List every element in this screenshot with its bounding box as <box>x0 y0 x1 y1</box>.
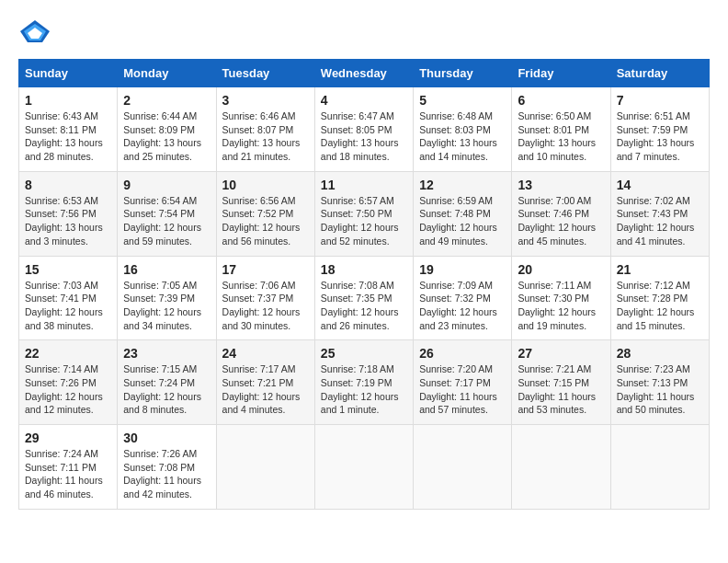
cell-details: Sunrise: 7:21 AMSunset: 7:15 PMDaylight:… <box>518 362 604 417</box>
calendar-cell: 20Sunrise: 7:11 AMSunset: 7:30 PMDayligh… <box>512 256 610 340</box>
page-header <box>18 18 710 44</box>
calendar-header-row: SundayMondayTuesdayWednesdayThursdayFrid… <box>19 60 710 87</box>
calendar-cell: 14Sunrise: 7:02 AMSunset: 7:43 PMDayligh… <box>610 171 709 256</box>
day-number: 21 <box>617 262 703 277</box>
calendar-cell: 22Sunrise: 7:14 AMSunset: 7:26 PMDayligh… <box>19 340 118 425</box>
column-header-sunday: Sunday <box>19 60 118 87</box>
cell-details: Sunrise: 7:14 AMSunset: 7:26 PMDaylight:… <box>25 362 111 417</box>
day-number: 12 <box>419 178 506 192</box>
calendar-cell: 23Sunrise: 7:15 AMSunset: 7:24 PMDayligh… <box>118 340 216 425</box>
calendar-cell: 19Sunrise: 7:09 AMSunset: 7:32 PMDayligh… <box>414 256 512 340</box>
calendar-cell: 9Sunrise: 6:54 AMSunset: 7:54 PMDaylight… <box>118 171 216 256</box>
calendar-week-row: 29Sunrise: 7:24 AMSunset: 7:11 PMDayligh… <box>19 425 710 510</box>
calendar-cell: 15Sunrise: 7:03 AMSunset: 7:41 PMDayligh… <box>19 256 118 340</box>
calendar-cell: 4Sunrise: 6:47 AMSunset: 8:05 PMDaylight… <box>314 87 413 172</box>
cell-details: Sunrise: 6:57 AMSunset: 7:50 PMDaylight:… <box>321 194 407 248</box>
column-header-thursday: Thursday <box>414 60 512 87</box>
calendar-table: SundayMondayTuesdayWednesdayThursdayFrid… <box>18 59 710 510</box>
cell-details: Sunrise: 7:05 AMSunset: 7:39 PMDaylight:… <box>123 279 210 333</box>
calendar-cell <box>610 425 709 510</box>
calendar-cell: 21Sunrise: 7:12 AMSunset: 7:28 PMDayligh… <box>610 256 709 340</box>
cell-details: Sunrise: 6:54 AMSunset: 7:54 PMDaylight:… <box>123 194 210 248</box>
calendar-cell <box>314 425 413 510</box>
day-number: 16 <box>123 262 210 277</box>
day-number: 3 <box>222 93 309 108</box>
calendar-cell: 27Sunrise: 7:21 AMSunset: 7:15 PMDayligh… <box>512 340 610 425</box>
cell-details: Sunrise: 7:12 AMSunset: 7:28 PMDaylight:… <box>617 279 703 333</box>
day-number: 19 <box>419 262 506 277</box>
cell-details: Sunrise: 7:00 AMSunset: 7:46 PMDaylight:… <box>518 194 604 248</box>
cell-details: Sunrise: 7:15 AMSunset: 7:24 PMDaylight:… <box>123 362 210 417</box>
day-number: 25 <box>321 346 407 361</box>
calendar-cell: 29Sunrise: 7:24 AMSunset: 7:11 PMDayligh… <box>19 425 118 510</box>
cell-details: Sunrise: 7:08 AMSunset: 7:35 PMDaylight:… <box>321 279 407 333</box>
calendar-week-row: 1Sunrise: 6:43 AMSunset: 8:11 PMDaylight… <box>19 87 710 172</box>
cell-details: Sunrise: 6:53 AMSunset: 7:56 PMDaylight:… <box>25 194 111 248</box>
day-number: 11 <box>321 178 407 192</box>
day-number: 2 <box>123 93 210 108</box>
calendar-cell: 25Sunrise: 7:18 AMSunset: 7:19 PMDayligh… <box>314 340 413 425</box>
calendar-cell: 1Sunrise: 6:43 AMSunset: 8:11 PMDaylight… <box>19 87 118 172</box>
cell-details: Sunrise: 7:06 AMSunset: 7:37 PMDaylight:… <box>222 279 309 333</box>
calendar-cell: 24Sunrise: 7:17 AMSunset: 7:21 PMDayligh… <box>216 340 314 425</box>
day-number: 17 <box>222 262 309 277</box>
day-number: 29 <box>25 431 111 445</box>
calendar-cell: 5Sunrise: 6:48 AMSunset: 8:03 PMDaylight… <box>414 87 512 172</box>
calendar-week-row: 15Sunrise: 7:03 AMSunset: 7:41 PMDayligh… <box>19 256 710 340</box>
calendar-cell: 7Sunrise: 6:51 AMSunset: 7:59 PMDaylight… <box>610 87 709 172</box>
column-header-saturday: Saturday <box>610 60 709 87</box>
cell-details: Sunrise: 7:23 AMSunset: 7:13 PMDaylight:… <box>617 362 703 417</box>
calendar-cell: 16Sunrise: 7:05 AMSunset: 7:39 PMDayligh… <box>118 256 216 340</box>
calendar-cell: 18Sunrise: 7:08 AMSunset: 7:35 PMDayligh… <box>314 256 413 340</box>
column-header-wednesday: Wednesday <box>314 60 413 87</box>
calendar-cell: 8Sunrise: 6:53 AMSunset: 7:56 PMDaylight… <box>19 171 118 256</box>
calendar-cell: 30Sunrise: 7:26 AMSunset: 7:08 PMDayligh… <box>118 425 216 510</box>
cell-details: Sunrise: 6:44 AMSunset: 8:09 PMDaylight:… <box>123 109 210 164</box>
calendar-cell <box>512 425 610 510</box>
day-number: 1 <box>25 93 111 108</box>
day-number: 5 <box>419 93 506 108</box>
cell-details: Sunrise: 6:59 AMSunset: 7:48 PMDaylight:… <box>419 194 506 248</box>
cell-details: Sunrise: 7:24 AMSunset: 7:11 PMDaylight:… <box>25 447 111 501</box>
cell-details: Sunrise: 6:56 AMSunset: 7:52 PMDaylight:… <box>222 194 309 248</box>
day-number: 10 <box>222 178 309 192</box>
calendar-cell: 28Sunrise: 7:23 AMSunset: 7:13 PMDayligh… <box>610 340 709 425</box>
cell-details: Sunrise: 7:09 AMSunset: 7:32 PMDaylight:… <box>419 279 506 333</box>
cell-details: Sunrise: 7:17 AMSunset: 7:21 PMDaylight:… <box>222 362 309 417</box>
calendar-cell <box>414 425 512 510</box>
cell-details: Sunrise: 6:43 AMSunset: 8:11 PMDaylight:… <box>25 109 111 164</box>
calendar-cell: 2Sunrise: 6:44 AMSunset: 8:09 PMDaylight… <box>118 87 216 172</box>
cell-details: Sunrise: 7:20 AMSunset: 7:17 PMDaylight:… <box>419 362 506 417</box>
day-number: 8 <box>25 178 111 192</box>
calendar-cell: 6Sunrise: 6:50 AMSunset: 8:01 PMDaylight… <box>512 87 610 172</box>
cell-details: Sunrise: 6:46 AMSunset: 8:07 PMDaylight:… <box>222 109 309 164</box>
day-number: 22 <box>25 346 111 361</box>
calendar-cell: 17Sunrise: 7:06 AMSunset: 7:37 PMDayligh… <box>216 256 314 340</box>
day-number: 14 <box>617 178 703 192</box>
day-number: 7 <box>617 93 703 108</box>
cell-details: Sunrise: 6:51 AMSunset: 7:59 PMDaylight:… <box>617 109 703 164</box>
day-number: 28 <box>617 346 703 361</box>
logo-icon <box>18 18 51 44</box>
day-number: 4 <box>321 93 407 108</box>
day-number: 9 <box>123 178 210 192</box>
day-number: 13 <box>518 178 604 192</box>
column-header-friday: Friday <box>512 60 610 87</box>
calendar-cell <box>216 425 314 510</box>
day-number: 15 <box>25 262 111 277</box>
cell-details: Sunrise: 7:02 AMSunset: 7:43 PMDaylight:… <box>617 194 703 248</box>
day-number: 26 <box>419 346 506 361</box>
calendar-cell: 12Sunrise: 6:59 AMSunset: 7:48 PMDayligh… <box>414 171 512 256</box>
calendar-cell: 13Sunrise: 7:00 AMSunset: 7:46 PMDayligh… <box>512 171 610 256</box>
day-number: 18 <box>321 262 407 277</box>
cell-details: Sunrise: 6:47 AMSunset: 8:05 PMDaylight:… <box>321 109 407 164</box>
calendar-cell: 26Sunrise: 7:20 AMSunset: 7:17 PMDayligh… <box>414 340 512 425</box>
day-number: 6 <box>518 93 604 108</box>
day-number: 23 <box>123 346 210 361</box>
day-number: 30 <box>123 431 210 445</box>
day-number: 27 <box>518 346 604 361</box>
day-number: 20 <box>518 262 604 277</box>
cell-details: Sunrise: 6:48 AMSunset: 8:03 PMDaylight:… <box>419 109 506 164</box>
cell-details: Sunrise: 7:18 AMSunset: 7:19 PMDaylight:… <box>321 362 407 417</box>
logo <box>18 18 57 44</box>
